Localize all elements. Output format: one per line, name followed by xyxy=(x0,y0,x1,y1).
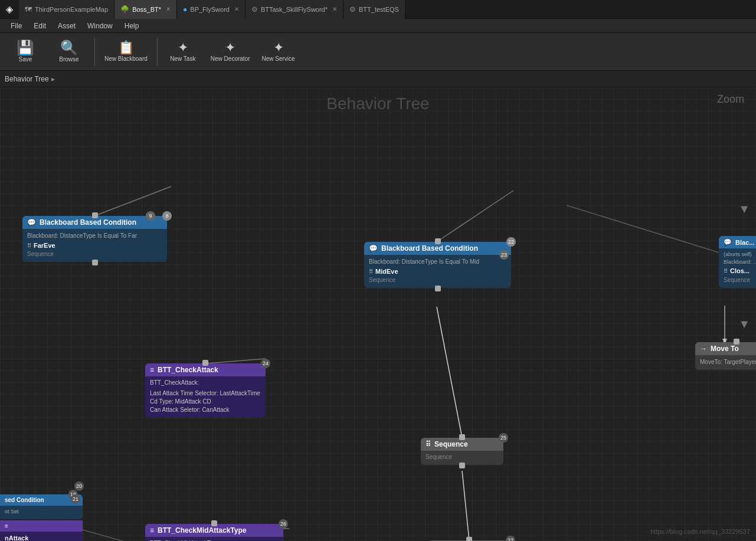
node-checkattack-line4: Can Attack Seletor: CanAttack xyxy=(150,406,261,414)
node-fareve-type: Sequence xyxy=(27,250,162,258)
tab-thirdperson[interactable]: 🗺 ThirdPersonExampleMap xyxy=(19,0,114,19)
canvas[interactable]: Behavior Tree ▼ ▼ 8 💬 Blackb xyxy=(0,87,756,541)
breadcrumb-behavior-tree[interactable]: Behavior Tree xyxy=(5,75,49,83)
save-label: Save xyxy=(19,56,32,63)
new-service-button[interactable]: ✦ New Service xyxy=(257,35,300,68)
node-partial-blackboard-header: 💬 Blac... xyxy=(719,236,756,248)
node-partial-blackboard-sub: Blackboard: ... xyxy=(724,258,756,266)
tab-bttask-icon: ⚙ xyxy=(251,5,258,14)
node-mideve-name-icon: ⠿ xyxy=(369,268,373,276)
node-mideve-name-row: ⠿ MidEve xyxy=(369,267,506,276)
edge-arrow-right-mid: ▼ xyxy=(738,317,750,331)
tab-boss-bt[interactable]: 🌳 Boss_BT* ✕ xyxy=(114,0,177,19)
tab-bttask-label: BTTask_SkillFlySword* xyxy=(261,6,328,13)
node-partial-task-badge: 20 xyxy=(74,481,84,491)
menu-window[interactable]: Window xyxy=(81,21,119,31)
menu-asset[interactable]: Asset xyxy=(52,21,81,31)
node-partial-blackboard-name-row: ⠿ Clos... xyxy=(724,267,756,276)
node-fareve-name: FarEve xyxy=(34,241,55,250)
new-service-label: New Service xyxy=(262,55,295,62)
node-partial-task-header: ≡ xyxy=(0,520,83,532)
titlebar: ◈ 🗺 ThirdPersonExampleMap 🌳 Boss_BT* ✕ ●… xyxy=(0,0,756,19)
node-checkattack-badge: 24 xyxy=(261,359,270,368)
node-partial-condition-title: sed Condition xyxy=(5,497,44,503)
node-fareve-name-row: ⠿ FarEve xyxy=(27,241,162,250)
browse-button[interactable]: 🔍 Browse xyxy=(48,35,90,68)
breadcrumb: Behavior Tree ▸ xyxy=(0,71,756,87)
node-checkattack-line2: Last Attack Time Selector: LastAttackTim… xyxy=(150,389,261,398)
tab-bp-flysword-close[interactable]: ✕ xyxy=(234,6,239,12)
node-checkattack-line1: BTT_CheckAttack: xyxy=(150,379,261,387)
save-icon: 💾 xyxy=(17,41,34,55)
svg-line-2 xyxy=(437,307,462,438)
node-sequence[interactable]: 25 ⠿ Sequence Sequence xyxy=(421,438,503,465)
node-mideve-type: Sequence xyxy=(369,276,506,284)
tab-btt-testeqs-label: BTT_testEQS xyxy=(359,6,399,13)
node-partial-blackboard-header-icon: 💬 xyxy=(724,238,732,246)
watermark: https://blog.csdn.net/qq_33229537 xyxy=(650,528,750,535)
node-checkattack[interactable]: 24 ≡ BTT_CheckAttack BTT_CheckAttack: La… xyxy=(145,363,266,418)
new-blackboard-icon: 📋 xyxy=(118,41,134,54)
menu-file[interactable]: File xyxy=(5,21,28,31)
connections-svg xyxy=(0,87,756,541)
node-sequence-type: Sequence xyxy=(426,453,499,461)
node-moveto[interactable]: → Move To MoveTo: TargetPlayer xyxy=(695,342,756,370)
node-checkattack-header-icon: ≡ xyxy=(150,366,154,374)
node-mideve-subtitle: Blackboard: DistanceType Is Equal To Mid xyxy=(369,258,506,266)
node-checkmidattack-badge: 26 xyxy=(279,519,288,529)
node-canattack-connector-top xyxy=(466,537,472,541)
tab-bp-flysword[interactable]: ● BP_FlySword ✕ xyxy=(177,0,246,19)
node-moveto-header-icon: → xyxy=(700,345,707,353)
node-partial-blackboard-name: Clos... xyxy=(730,267,750,276)
node-partial-blackboard-type: Sequence xyxy=(724,276,756,284)
new-blackboard-label: New Blackboard xyxy=(104,55,148,62)
node-checkattack-body: BTT_CheckAttack: Last Attack Time Select… xyxy=(145,376,266,418)
node-moveto-subtitle: MoveTo: TargetPlayer xyxy=(700,358,756,366)
tab-bttask-close[interactable]: ✕ xyxy=(332,6,337,12)
browse-label: Browse xyxy=(59,56,78,63)
node-mideve[interactable]: 22 💬 Blackboard Based Condition Blackboa… xyxy=(364,242,511,288)
node-partial-blackboard[interactable]: 💬 Blac... (aborts self) Blackboard: ... … xyxy=(719,236,756,288)
node-checkmidattack[interactable]: 26 ≡ BTT_CheckMidAttackType BTT_CheckMid… xyxy=(145,524,283,541)
node-fareve-badge2: 9 xyxy=(146,211,155,221)
menu-edit[interactable]: Edit xyxy=(28,21,52,31)
node-sequence-connector-bottom xyxy=(459,463,465,468)
tab-thirdperson-label: ThirdPersonExampleMap xyxy=(35,6,108,13)
toolbar-sep-2 xyxy=(157,38,158,66)
node-fareve-subtitle: Blackboard: DistanceType Is Equal To Far xyxy=(27,232,162,240)
tab-boss-bt-close[interactable]: ✕ xyxy=(166,6,171,12)
edge-arrow-right-top: ▼ xyxy=(738,202,750,216)
menu-help[interactable]: Help xyxy=(119,21,145,31)
node-checkmidattack-body: BTT_CheckMidAttackType: Midle Attack Sel… xyxy=(145,537,283,541)
new-task-icon: ✦ xyxy=(178,41,188,54)
node-fareve-title: Blackboard Based Condition xyxy=(40,218,136,227)
node-fareve-name-icon: ⠿ xyxy=(27,242,31,250)
node-mideve-title: Blackboard Based Condition xyxy=(381,244,478,253)
save-button[interactable]: 💾 Save xyxy=(5,35,46,68)
node-checkattack-title: BTT_CheckAttack xyxy=(158,366,218,374)
node-partial-condition-badge2: 21 xyxy=(71,494,80,504)
zoom-indicator: Zoom xyxy=(717,93,744,106)
new-task-button[interactable]: ✦ New Task xyxy=(162,35,204,68)
node-moveto-title: Move To xyxy=(711,345,739,353)
node-moveto-body: MoveTo: TargetPlayer xyxy=(695,355,756,370)
node-partial-condition[interactable]: 19 sed Condition ot Set 21 ≡ 20 nAttack … xyxy=(0,494,83,541)
node-moveto-connector-top xyxy=(734,339,739,345)
new-task-label: New Task xyxy=(170,55,195,62)
new-decorator-label: New Decorator xyxy=(211,55,250,62)
tab-bp-flysword-label: BP_FlySword xyxy=(190,6,230,13)
ue-logo: ◈ xyxy=(0,0,19,19)
svg-line-6 xyxy=(206,359,266,363)
svg-line-4 xyxy=(462,471,469,540)
node-fareve[interactable]: 8 💬 Blackboard Based Condition Blackboar… xyxy=(22,216,167,262)
node-sequence-badge: 25 xyxy=(499,433,508,442)
new-blackboard-button[interactable]: 📋 New Blackboard xyxy=(100,35,152,68)
tab-bttask[interactable]: ⚙ BTTask_SkillFlySword* ✕ xyxy=(246,0,343,19)
tab-thirdperson-icon: 🗺 xyxy=(25,5,32,14)
new-decorator-button[interactable]: ✦ New Decorator xyxy=(206,35,255,68)
node-partial-task-body: 20 nAttack very 0.40s..0.60s astAttackTi… xyxy=(0,532,83,541)
tab-btt-testeqs[interactable]: ⚙ BTT_testEQS xyxy=(343,0,405,19)
menubar: File Edit Asset Window Help xyxy=(0,19,756,33)
node-partial-blackboard-aborts: (aborts self) xyxy=(724,251,756,258)
node-sequence-title: Sequence xyxy=(434,440,468,448)
